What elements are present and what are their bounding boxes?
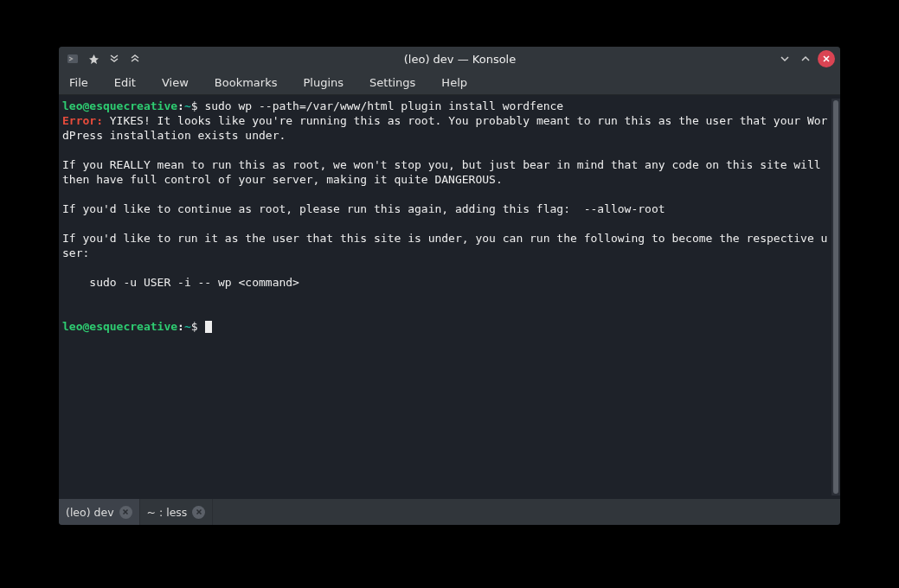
tab-label: ~ : less [147, 506, 188, 519]
titlebar-left-controls [64, 50, 144, 67]
close-button[interactable] [818, 50, 835, 67]
output-para: If you'd like to run it as the user that… [62, 232, 827, 259]
prompt-colon: : [177, 320, 184, 333]
prompt-path: ~ [184, 99, 191, 112]
menu-view[interactable]: View [157, 74, 194, 91]
blank-line [62, 305, 69, 318]
blank-line [62, 217, 69, 230]
prompt-user: leo@esquecreative [62, 99, 177, 112]
menu-bookmarks[interactable]: Bookmarks [209, 74, 283, 91]
output-para: If you REALLY mean to run this as root, … [62, 158, 827, 186]
maximize-button[interactable] [797, 50, 814, 67]
command-text: sudo wp --path=/var/www/html plugin inst… [204, 99, 563, 112]
titlebar: (leo) dev — Konsole [59, 47, 840, 71]
menu-plugins[interactable]: Plugins [298, 74, 349, 91]
tab-bar: (leo) dev ~ : less [59, 499, 840, 525]
menu-settings[interactable]: Settings [364, 74, 421, 91]
menu-file[interactable]: File [64, 74, 93, 91]
tab-item[interactable]: (leo) dev [59, 499, 140, 525]
cursor-icon [205, 321, 212, 333]
output-indent-cmd: sudo -u USER -i -- wp <command> [62, 276, 299, 289]
menu-help[interactable]: Help [436, 74, 472, 91]
window-title: (leo) dev — Konsole [144, 53, 776, 66]
terminal-content[interactable]: leo@esquecreative:~$ sudo wp --path=/var… [62, 99, 832, 495]
blank-line [62, 144, 69, 157]
titlebar-right-controls [776, 50, 835, 67]
tab-close-icon[interactable] [192, 506, 205, 519]
blank-line [62, 291, 69, 304]
scrollbar-thumb[interactable] [833, 100, 838, 494]
double-chevron-down-icon[interactable] [106, 50, 123, 67]
prompt-dollar: $ [191, 99, 205, 112]
prompt-dollar: $ [191, 320, 205, 333]
terminal-area[interactable]: leo@esquecreative:~$ sudo wp --path=/var… [59, 95, 840, 499]
minimize-button[interactable] [776, 50, 793, 67]
tab-close-icon[interactable] [119, 506, 132, 519]
error-label: Error: [62, 114, 103, 127]
double-chevron-up-icon[interactable] [126, 50, 144, 67]
tab-item[interactable]: ~ : less [140, 499, 214, 525]
blank-line [62, 188, 69, 201]
error-body: YIKES! It looks like you're running this… [62, 114, 827, 142]
menu-edit[interactable]: Edit [109, 74, 141, 91]
app-menu-icon[interactable] [64, 50, 81, 67]
scrollbar[interactable] [832, 99, 840, 495]
konsole-window: (leo) dev — Konsole File Edit View Bookm… [59, 47, 840, 525]
blank-line [62, 261, 69, 274]
prompt-path: ~ [184, 320, 191, 333]
menubar: File Edit View Bookmarks Plugins Setting… [59, 71, 840, 95]
output-para: If you'd like to continue as root, pleas… [62, 202, 665, 215]
pin-icon[interactable] [85, 50, 102, 67]
tab-label: (leo) dev [66, 506, 114, 519]
prompt-colon: : [177, 99, 184, 112]
prompt-user: leo@esquecreative [62, 320, 177, 333]
